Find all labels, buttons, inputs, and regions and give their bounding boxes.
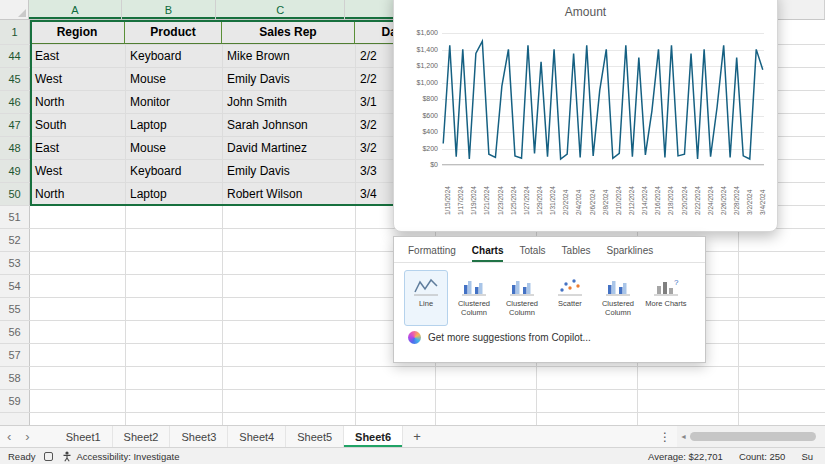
- cell[interactable]: Monitor: [125, 91, 222, 113]
- cell[interactable]: East: [30, 45, 125, 67]
- cell[interactable]: Mike Brown: [222, 45, 355, 67]
- x-axis-tick-label: 1/27/2024: [523, 186, 530, 215]
- row-header-55[interactable]: 55: [0, 298, 30, 320]
- y-axis-tick-label: $600: [394, 112, 438, 119]
- cell[interactable]: John Smith: [222, 91, 355, 113]
- row-header-51[interactable]: 51: [0, 206, 30, 228]
- x-axis-tick-label: 2/8/2024: [602, 190, 609, 215]
- qa-tab-totals[interactable]: Totals: [519, 245, 545, 262]
- row-header-59[interactable]: 59: [0, 390, 30, 412]
- x-axis-tick-label: 2/16/2024: [654, 186, 661, 215]
- x-axis-tick-label: 3/4/2024: [759, 190, 766, 215]
- select-all-button[interactable]: [0, 0, 29, 19]
- x-axis-tick-label: 2/14/2024: [641, 186, 648, 215]
- qa-more-charts-button[interactable]: ?More Charts: [644, 270, 688, 326]
- qa-clustered-column-button[interactable]: Clustered Column: [452, 270, 496, 326]
- column-header-C[interactable]: C: [216, 0, 345, 19]
- x-axis-tick-label: 1/15/2024: [444, 186, 451, 215]
- hscroll-left-icon[interactable]: ◄: [680, 433, 687, 440]
- row-header-50[interactable]: 50: [0, 183, 30, 205]
- sheet-tab-sheet6[interactable]: Sheet6: [344, 426, 403, 447]
- row-header-53[interactable]: 53: [0, 252, 30, 274]
- cell[interactable]: Region: [30, 20, 125, 44]
- row-header-48[interactable]: 48: [0, 137, 30, 159]
- row-header-54[interactable]: 54: [0, 275, 30, 297]
- status-bar: Ready Accessibility: Investigate Average…: [0, 447, 825, 464]
- cell[interactable]: Emily Davis: [222, 160, 355, 182]
- sheet-nav-next-icon[interactable]: ›: [18, 426, 36, 447]
- quick-analysis-tabs: FormattingChartsTotalsTablesSparklines: [394, 237, 705, 263]
- qa-tab-tables[interactable]: Tables: [562, 245, 591, 262]
- chart-x-axis-labels: 1/15/20241/17/20241/19/20241/21/20241/23…: [442, 165, 764, 223]
- column-header-A[interactable]: A: [29, 0, 121, 19]
- cell[interactable]: Emily Davis: [222, 68, 355, 90]
- sheet-tab-sheet2[interactable]: Sheet2: [113, 426, 171, 447]
- qa-clustered-column-button[interactable]: Clustered Column: [596, 270, 640, 326]
- qa-tab-charts[interactable]: Charts: [472, 245, 504, 262]
- clustered-column-icon: [461, 275, 487, 297]
- sheet-tab-bar: ‹ › Sheet1Sheet2Sheet3Sheet4Sheet5Sheet6…: [0, 425, 825, 447]
- x-axis-tick-label: 1/17/2024: [457, 186, 464, 215]
- row-header-44[interactable]: 44: [0, 45, 30, 67]
- row-header-58[interactable]: 58: [0, 367, 30, 389]
- row-header-46[interactable]: 46: [0, 91, 30, 113]
- cell[interactable]: David Martinez: [222, 137, 355, 159]
- sheet-tab-sheet1[interactable]: Sheet1: [55, 426, 113, 447]
- x-axis-tick-label: 1/23/2024: [497, 186, 504, 215]
- copilot-icon: [408, 331, 421, 344]
- x-axis-tick-label: 2/10/2024: [615, 186, 622, 215]
- row-header-56[interactable]: 56: [0, 321, 30, 343]
- cell[interactable]: Sarah Johnson: [222, 114, 355, 136]
- cell[interactable]: West: [30, 68, 125, 90]
- cell[interactable]: Sales Rep: [222, 20, 355, 44]
- y-axis-tick-label: $800: [394, 95, 438, 102]
- horizontal-scrollbar[interactable]: [690, 431, 822, 442]
- cell[interactable]: Keyboard: [125, 45, 222, 67]
- add-sheet-button[interactable]: +: [403, 426, 431, 447]
- row-header-blank[interactable]: [0, 413, 30, 425]
- hscroll-zone: ◄: [677, 426, 825, 447]
- horizontal-scrollbar-thumb[interactable]: [690, 432, 816, 441]
- cell[interactable]: Mouse: [125, 68, 222, 90]
- x-axis-tick-label: 2/2/2024: [562, 190, 569, 215]
- cell[interactable]: North: [30, 183, 125, 205]
- qa-button-label: Clustered Column: [597, 300, 639, 317]
- cell[interactable]: Mouse: [125, 137, 222, 159]
- sheet-nav-prev-icon[interactable]: ‹: [0, 426, 18, 447]
- qa-line-chart-button[interactable]: Line: [404, 270, 448, 326]
- cell[interactable]: Product: [125, 20, 222, 44]
- macro-record-icon[interactable]: [44, 452, 53, 461]
- qa-clustered-column-button[interactable]: Clustered Column: [500, 270, 544, 326]
- y-axis-tick-label: $1,400: [394, 46, 438, 53]
- cell[interactable]: North: [30, 91, 125, 113]
- row-header-47[interactable]: 47: [0, 114, 30, 136]
- sheet-tab-sheet3[interactable]: Sheet3: [170, 426, 228, 447]
- sheet-tab-sheet5[interactable]: Sheet5: [286, 426, 344, 447]
- row-header-1[interactable]: 1: [0, 20, 30, 44]
- more-options-icon[interactable]: ⋮: [653, 426, 677, 447]
- cell[interactable]: Keyboard: [125, 160, 222, 182]
- cell[interactable]: Robert Wilson: [222, 183, 355, 205]
- cell[interactable]: South: [30, 114, 125, 136]
- copilot-suggestion-row[interactable]: Get more suggestions from Copilot...: [394, 328, 705, 347]
- accessibility-status[interactable]: Accessibility: Investigate: [62, 451, 179, 462]
- qa-tab-formatting[interactable]: Formatting: [408, 245, 456, 262]
- cell[interactable]: Laptop: [125, 114, 222, 136]
- qa-button-label: Clustered Column: [453, 300, 495, 317]
- row-header-57[interactable]: 57: [0, 344, 30, 366]
- cell[interactable]: Laptop: [125, 183, 222, 205]
- sum-stat: Su: [801, 451, 813, 462]
- more-charts-icon: ?: [653, 275, 679, 297]
- qa-scatter-chart-button[interactable]: Scatter: [548, 270, 592, 326]
- qa-tab-sparklines[interactable]: Sparklines: [607, 245, 654, 262]
- cell[interactable]: East: [30, 137, 125, 159]
- ready-status: Ready: [8, 451, 35, 462]
- sheet-tab-sheet4[interactable]: Sheet4: [228, 426, 286, 447]
- row-header-45[interactable]: 45: [0, 68, 30, 90]
- cell[interactable]: West: [30, 160, 125, 182]
- row-header-52[interactable]: 52: [0, 229, 30, 251]
- column-header-B[interactable]: B: [122, 0, 216, 19]
- x-axis-tick-label: 1/31/2024: [549, 186, 556, 215]
- line-chart-icon: [413, 275, 439, 297]
- row-header-49[interactable]: 49: [0, 160, 30, 182]
